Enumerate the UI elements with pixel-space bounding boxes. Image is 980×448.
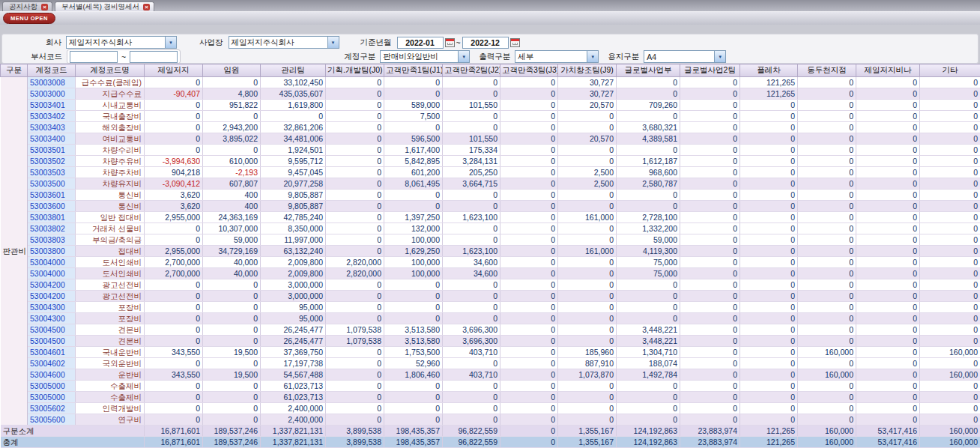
amount-cell[interactable]: 0 <box>798 122 856 133</box>
amount-cell[interactable]: 0 <box>326 302 384 313</box>
amount-cell[interactable]: 0 <box>680 257 740 268</box>
amount-cell[interactable]: 0 <box>384 313 443 324</box>
amount-cell[interactable]: 0 <box>145 414 203 426</box>
account-code-cell[interactable]: 53003400 <box>28 133 76 145</box>
amount-cell[interactable]: 0 <box>798 234 856 246</box>
amount-cell[interactable]: 11,997,000 <box>261 234 326 246</box>
amount-cell[interactable]: 0 <box>443 122 500 133</box>
amount-cell[interactable]: 0 <box>326 122 384 133</box>
column-header[interactable]: 플레차 <box>740 64 798 77</box>
amount-cell[interactable]: 8,061,495 <box>384 178 443 190</box>
amount-cell[interactable]: 42,785,240 <box>261 212 326 223</box>
amount-cell[interactable]: 95,000 <box>261 302 326 313</box>
amount-cell[interactable]: 0 <box>617 381 680 392</box>
amount-cell[interactable]: 0 <box>203 145 261 156</box>
amount-cell[interactable]: 0 <box>680 279 740 291</box>
amount-cell[interactable]: 0 <box>680 414 740 426</box>
account-code-cell[interactable]: 53003501 <box>28 145 76 156</box>
menu-open-button[interactable]: MENU OPEN <box>3 13 55 24</box>
table-row[interactable]: 53003802거래처 선물비010,307,0008,350,0000132,… <box>1 223 980 234</box>
amount-cell[interactable]: 0 <box>740 392 798 403</box>
amount-cell[interactable]: 0 <box>680 201 740 212</box>
amount-cell[interactable]: 4,119,300 <box>617 246 680 257</box>
amount-cell[interactable]: 0 <box>326 392 384 403</box>
account-name-cell[interactable]: 포장비 <box>76 302 145 313</box>
account-name-cell[interactable]: 차량수리비 <box>76 145 145 156</box>
amount-cell[interactable]: 3,696,300 <box>443 324 500 336</box>
amount-cell[interactable]: 0 <box>920 156 980 167</box>
amount-cell[interactable]: 0 <box>680 133 740 145</box>
amount-cell[interactable]: 0 <box>203 381 261 392</box>
amount-cell[interactable]: 0 <box>920 223 980 234</box>
account-name-cell[interactable]: 도서인쇄비 <box>76 268 145 279</box>
amount-cell[interactable]: 0 <box>443 111 500 122</box>
amount-cell[interactable]: 0 <box>798 111 856 122</box>
amount-cell[interactable]: 400 <box>203 201 261 212</box>
table-row[interactable]: 53004500견본비0026,245,4771,079,5383,513,58… <box>1 324 980 336</box>
amount-cell[interactable]: 0 <box>384 403 443 414</box>
amount-cell[interactable]: 0 <box>920 336 980 347</box>
amount-cell[interactable]: 0 <box>500 88 558 100</box>
amount-cell[interactable]: 1,617,400 <box>384 145 443 156</box>
amount-cell[interactable]: 0 <box>680 324 740 336</box>
amount-cell[interactable]: 0 <box>798 257 856 268</box>
amount-cell[interactable]: 0 <box>798 302 856 313</box>
amount-cell[interactable]: 0 <box>500 437 558 448</box>
amount-cell[interactable]: 0 <box>326 212 384 223</box>
amount-cell[interactable]: 0 <box>145 381 203 392</box>
amount-cell[interactable]: 0 <box>740 178 798 190</box>
amount-cell[interactable]: 0 <box>558 381 617 392</box>
workplace-select[interactable]: 제일저지주식회사 ▼ <box>229 36 339 49</box>
amount-cell[interactable]: 0 <box>558 403 617 414</box>
amount-cell[interactable]: 2,700,000 <box>145 257 203 268</box>
amount-cell[interactable]: 160,000 <box>798 347 856 358</box>
amount-cell[interactable]: 0 <box>798 190 856 201</box>
amount-cell[interactable]: 1,806,460 <box>384 369 443 381</box>
amount-cell[interactable]: 0 <box>384 302 443 313</box>
account-code-cell[interactable]: 53003600 <box>28 201 76 212</box>
amount-cell[interactable]: -3,994,630 <box>145 156 203 167</box>
amount-cell[interactable]: 1,753,500 <box>384 347 443 358</box>
amount-cell[interactable]: 0 <box>443 279 500 291</box>
amount-cell[interactable]: 0 <box>680 313 740 324</box>
amount-cell[interactable]: 16,871,601 <box>145 437 203 448</box>
period-to-input[interactable]: 2022-12 <box>462 37 509 49</box>
period-from-input[interactable]: 2022-01 <box>397 37 444 49</box>
amount-cell[interactable]: 0 <box>326 167 384 178</box>
amount-cell[interactable]: 610,000 <box>203 156 261 167</box>
amount-cell[interactable]: 0 <box>856 234 920 246</box>
account-type-select[interactable]: 판매비와일반비 ▼ <box>380 50 470 63</box>
account-code-cell[interactable]: 53005602 <box>28 403 76 414</box>
amount-cell[interactable]: 3,448,221 <box>617 324 680 336</box>
amount-cell[interactable]: 0 <box>920 313 980 324</box>
account-name-cell[interactable]: 급수수료(클레임) <box>76 77 145 88</box>
amount-cell[interactable]: 0 <box>326 201 384 212</box>
amount-cell[interactable]: 0 <box>680 347 740 358</box>
amount-cell[interactable]: 205,250 <box>443 167 500 178</box>
amount-cell[interactable]: 0 <box>326 403 384 414</box>
amount-cell[interactable]: 0 <box>856 178 920 190</box>
amount-cell[interactable]: 0 <box>740 257 798 268</box>
amount-cell[interactable]: 2,500 <box>558 167 617 178</box>
column-header[interactable]: 기획.개발팀(J0) <box>326 64 384 77</box>
amount-cell[interactable]: 0 <box>680 403 740 414</box>
amount-cell[interactable]: 0 <box>740 190 798 201</box>
account-code-cell[interactable]: 53004300 <box>28 313 76 324</box>
amount-cell[interactable]: 0 <box>326 381 384 392</box>
amount-cell[interactable]: 0 <box>500 111 558 122</box>
amount-cell[interactable]: 161,000 <box>558 246 617 257</box>
amount-cell[interactable]: 0 <box>680 100 740 111</box>
amount-cell[interactable]: 0 <box>856 201 920 212</box>
table-row[interactable]: 53003803부의금/축의금059,00011,997,0000100,000… <box>1 234 980 246</box>
amount-cell[interactable]: 37,369,750 <box>261 347 326 358</box>
amount-cell[interactable]: 3,448,221 <box>617 336 680 347</box>
amount-cell[interactable]: 2,820,000 <box>326 268 384 279</box>
amount-cell[interactable]: 0 <box>443 358 500 369</box>
amount-cell[interactable]: 1,492,784 <box>617 369 680 381</box>
amount-cell[interactable]: 0 <box>500 201 558 212</box>
amount-cell[interactable]: 0 <box>680 122 740 133</box>
account-name-cell[interactable]: 국내출장비 <box>76 111 145 122</box>
table-row[interactable]: 53003502차량주유비-3,994,630610,0009,595,7120… <box>1 156 980 167</box>
amount-cell[interactable]: 2,009,800 <box>261 257 326 268</box>
table-row[interactable]: 판관비53003008급수수료(클레임)0033,102,450000030,7… <box>1 77 980 88</box>
